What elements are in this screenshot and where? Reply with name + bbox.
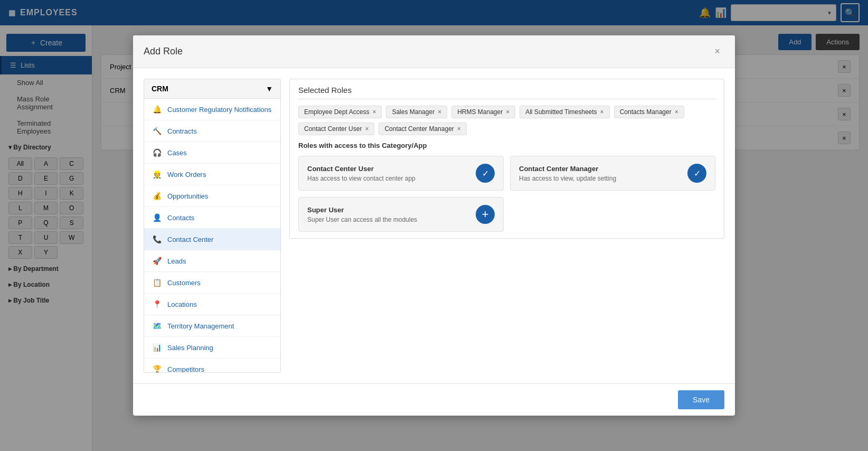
selected-roles-title: Selected Roles xyxy=(298,86,715,99)
role-card-info: Contact Center User Has access to view c… xyxy=(307,165,469,182)
tag-remove-icon[interactable]: × xyxy=(438,108,441,116)
money-icon: 💰 xyxy=(152,191,162,201)
category-item-work-orders[interactable]: 👷 Work Orders xyxy=(144,164,280,185)
category-item-customers[interactable]: 📋 Customers xyxy=(144,272,280,294)
category-app-title: Roles with access to this Category/App xyxy=(298,142,715,149)
map-icon: 🗺️ xyxy=(152,321,162,331)
category-item-contracts[interactable]: 🔨 Contracts xyxy=(144,120,280,142)
trophy-icon: 🏆 xyxy=(152,364,162,373)
modal-overlay: Add Role × CRM ▼ 🔔 Customer Regulatory N… xyxy=(0,0,868,451)
role-tag-employee-dept: Employee Dept Access × xyxy=(298,106,382,118)
roles-panel: Selected Roles Employee Dept Access × Sa… xyxy=(289,79,724,373)
role-card-info: Super User Super User can access all the… xyxy=(307,206,469,223)
role-card-info: Contact Center Manager Has access to vie… xyxy=(519,165,681,182)
modal-footer: Save xyxy=(133,383,735,416)
selected-tags: Employee Dept Access × Sales Manager × H… xyxy=(298,106,715,135)
clipboard-icon: 📋 xyxy=(152,277,162,288)
chevron-down-icon: ▼ xyxy=(266,84,273,93)
role-card-contact-center-manager: Contact Center Manager Has access to vie… xyxy=(510,156,715,191)
category-item-contacts[interactable]: 👤 Contacts xyxy=(144,207,280,229)
category-item-locations[interactable]: 📍 Locations xyxy=(144,294,280,315)
category-dropdown[interactable]: CRM ▼ xyxy=(144,79,280,99)
tag-remove-icon[interactable]: × xyxy=(600,108,604,116)
chart-icon: 📊 xyxy=(152,342,162,353)
tag-remove-icon[interactable]: × xyxy=(365,125,369,133)
role-toggle-contact-center-user[interactable] xyxy=(476,164,495,183)
category-item-sales-planning[interactable]: 📊 Sales Planning xyxy=(144,337,280,359)
tag-remove-icon[interactable]: × xyxy=(372,108,376,116)
pin-icon: 📍 xyxy=(152,299,162,309)
person-icon: 👤 xyxy=(152,212,162,223)
role-tag-contact-center-manager: Contact Center Manager × xyxy=(379,123,466,135)
headset-icon: 🎧 xyxy=(152,147,162,158)
category-item-competitors[interactable]: 🏆 Competitors xyxy=(144,359,280,373)
role-tag-sales-manager: Sales Manager × xyxy=(386,106,447,118)
category-item-contact-center[interactable]: 📞 Contact Center xyxy=(144,229,280,250)
role-toggle-contact-center-manager[interactable] xyxy=(687,164,706,183)
tag-remove-icon[interactable]: × xyxy=(506,108,510,116)
category-item-territory[interactable]: 🗺️ Territory Management xyxy=(144,315,280,337)
category-item-customer-regulatory[interactable]: 🔔 Customer Regulatory Notifications xyxy=(144,99,280,120)
category-item-opportunities[interactable]: 💰 Opportunities xyxy=(144,185,280,207)
category-item-leads[interactable]: 🚀 Leads xyxy=(144,250,280,272)
role-card-contact-center-user: Contact Center User Has access to view c… xyxy=(298,156,504,191)
role-tag-contact-center-user: Contact Center User × xyxy=(298,123,374,135)
bell-icon: 🔔 xyxy=(152,104,162,115)
role-tag-hrms-manager: HRMS Manager × xyxy=(451,106,515,118)
phone-icon: 📞 xyxy=(152,234,162,245)
role-toggle-super-user[interactable] xyxy=(476,205,495,224)
selected-roles-section: Selected Roles Employee Dept Access × Sa… xyxy=(289,79,724,239)
category-panel: CRM ▼ 🔔 Customer Regulatory Notification… xyxy=(144,79,281,373)
modal-header: Add Role × xyxy=(133,35,735,68)
modal-close-button[interactable]: × xyxy=(710,44,724,59)
tag-remove-icon[interactable]: × xyxy=(457,125,461,133)
modal-body: CRM ▼ 🔔 Customer Regulatory Notification… xyxy=(133,68,735,383)
role-card-super-user: Super User Super User can access all the… xyxy=(298,197,504,232)
add-role-modal: Add Role × CRM ▼ 🔔 Customer Regulatory N… xyxy=(133,35,735,416)
hardhat-icon: 👷 xyxy=(152,169,162,180)
role-tag-all-submitted: All Submitted Timesheets × xyxy=(520,106,609,118)
modal-title: Add Role xyxy=(144,46,183,57)
save-button[interactable]: Save xyxy=(678,390,724,409)
rocket-icon: 🚀 xyxy=(152,256,162,266)
tag-remove-icon[interactable]: × xyxy=(675,108,678,116)
role-tag-contacts-manager: Contacts Manager × xyxy=(614,106,684,118)
hammer-icon: 🔨 xyxy=(152,126,162,136)
category-item-cases[interactable]: 🎧 Cases xyxy=(144,142,280,164)
roles-grid: Contact Center User Has access to view c… xyxy=(298,156,715,232)
